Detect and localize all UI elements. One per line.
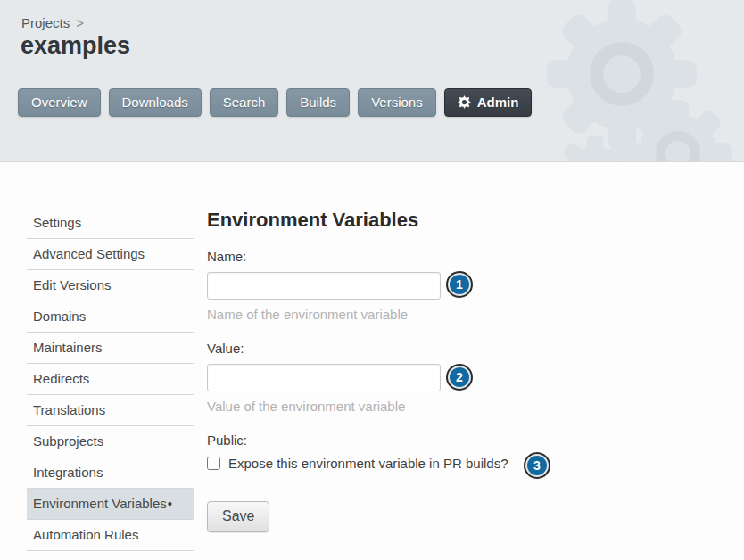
active-item-bullet: •: [168, 496, 172, 511]
admin-sidebar: Settings Advanced Settings Edit Versions…: [27, 208, 194, 560]
value-help-text: Value of the environment variable: [207, 399, 599, 414]
page-header: Projects > examples Overview Downloads S…: [0, 0, 744, 162]
section-heading: Environment Variables: [207, 209, 599, 232]
sidebar-item-settings[interactable]: Settings: [27, 208, 194, 239]
nav-overview-button[interactable]: Overview: [18, 88, 101, 117]
sidebar-item-subprojects[interactable]: Subprojects: [27, 426, 194, 457]
sidebar-item-edit-versions[interactable]: Edit Versions: [27, 270, 194, 301]
nav-versions-button[interactable]: Versions: [358, 88, 436, 117]
public-field-label: Public:: [207, 432, 599, 448]
nav-builds-button[interactable]: Builds: [286, 88, 350, 117]
gear-icon: [458, 95, 471, 109]
nav-search-button[interactable]: Search: [210, 88, 279, 117]
sidebar-item-advanced-settings[interactable]: Advanced Settings: [27, 239, 194, 270]
breadcrumb-projects-link[interactable]: Projects: [21, 15, 70, 30]
save-button[interactable]: Save: [207, 501, 269, 532]
content-area: Environment Variables Name: Name of the …: [207, 209, 599, 532]
nav-downloads-button[interactable]: Downloads: [109, 88, 202, 117]
page-title: examples: [21, 32, 130, 60]
value-field-label: Value:: [207, 341, 599, 356]
sidebar-item-webhooks[interactable]: Webhooks: [27, 551, 194, 560]
sidebar-item-label: Environment Variables: [33, 496, 167, 511]
sidebar-item-domains[interactable]: Domains: [27, 301, 194, 333]
sidebar-item-environment-variables[interactable]: Environment Variables•: [27, 489, 194, 520]
sidebar-item-automation-rules[interactable]: Automation Rules: [27, 520, 194, 551]
nav-admin-button[interactable]: Admin: [444, 88, 533, 117]
sidebar-item-redirects[interactable]: Redirects: [27, 364, 194, 395]
decorative-gears-icon: [521, 0, 744, 162]
name-field-label: Name:: [207, 249, 599, 264]
annotation-badge-1: 1: [448, 273, 471, 296]
sidebar-item-integrations[interactable]: Integrations: [27, 457, 194, 489]
annotation-badge-2: 2: [448, 366, 471, 389]
nav-admin-label: Admin: [477, 95, 519, 110]
public-checkbox[interactable]: [207, 457, 220, 470]
breadcrumb: Projects >: [21, 15, 84, 30]
public-checkbox-label: Expose this environment variable in PR b…: [228, 456, 508, 471]
name-input[interactable]: [207, 272, 441, 300]
annotation-badge-3: 3: [525, 454, 549, 477]
sidebar-item-maintainers[interactable]: Maintainers: [27, 333, 194, 364]
breadcrumb-separator: >: [76, 15, 84, 30]
value-input[interactable]: [207, 364, 441, 391]
project-nav: Overview Downloads Search Builds Version…: [18, 88, 532, 117]
name-help-text: Name of the environment variable: [207, 307, 599, 322]
sidebar-item-translations[interactable]: Translations: [27, 395, 194, 426]
